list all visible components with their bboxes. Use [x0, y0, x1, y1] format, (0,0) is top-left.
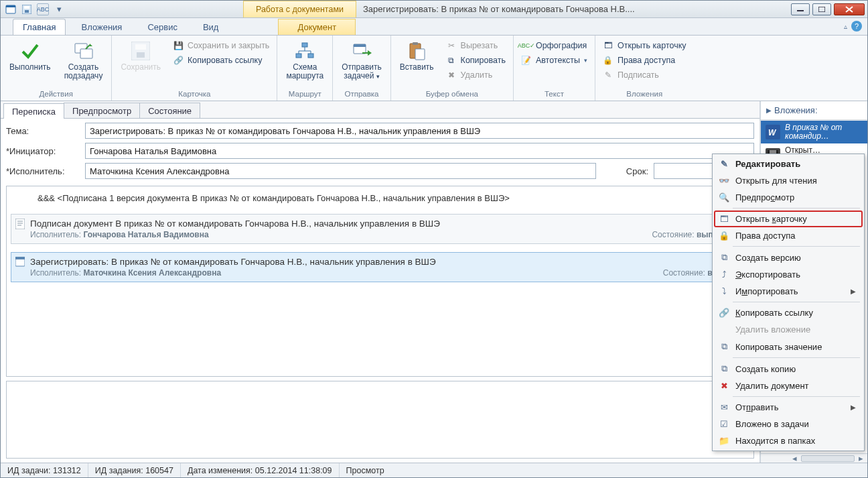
- tab-preview[interactable]: Предпросмотр: [64, 103, 140, 118]
- ctx-copy-link[interactable]: 🔗Копировать ссылку: [714, 304, 863, 321]
- message-title: Зарегистрировать: В приказ № от командир…: [30, 257, 742, 267]
- export-icon: ⤴: [718, 270, 730, 280]
- open-card-button[interactable]: 🗔Открыть карточку: [598, 38, 691, 53]
- qat-app-icon: [5, 3, 17, 15]
- svg-rect-22: [15, 219, 25, 229]
- separator: [733, 246, 860, 247]
- ctx-open-card[interactable]: 🗔Открыть карточку: [714, 211, 863, 227]
- save-close-icon: 💾: [173, 40, 184, 51]
- ribbon-help: ▵ ?: [844, 21, 862, 32]
- sign-button[interactable]: ✎Подписать: [598, 68, 691, 82]
- route-scheme-button[interactable]: Схемамаршрута: [280, 37, 330, 84]
- executor-input[interactable]: Маточкина Ксения Александровна: [85, 163, 596, 179]
- save-button[interactable]: Сохранить: [115, 37, 167, 75]
- qat-save-icon[interactable]: [21, 3, 33, 15]
- ribbon-tab-document[interactable]: Документ: [278, 19, 356, 35]
- svg-marker-18: [368, 50, 372, 56]
- access-rights-button[interactable]: 🔒Права доступа: [598, 53, 691, 68]
- group-label-attach: Вложения: [598, 90, 691, 101]
- thread-message[interactable]: Зарегистрировать: В приказ № от командир…: [11, 252, 749, 282]
- ctx-edit[interactable]: ✎Редактировать: [714, 156, 863, 172]
- tab-correspondence[interactable]: Переписка: [3, 103, 64, 119]
- bottom-editor[interactable]: [6, 381, 754, 459]
- pen-icon: ✎: [603, 70, 613, 80]
- cut-button[interactable]: ✂Вырезать: [441, 38, 510, 53]
- ctx-import[interactable]: ⤵Импортировать▶: [714, 283, 863, 300]
- group-label-actions: Действия: [3, 90, 108, 101]
- qat-abc-icon[interactable]: ABC: [37, 3, 49, 15]
- maximize-button[interactable]: [812, 3, 831, 15]
- svg-rect-21: [415, 49, 425, 60]
- group-label-clipboard: Буфер обмена: [394, 90, 510, 101]
- ctx-create-copy[interactable]: ⧉Создать копию: [714, 360, 863, 377]
- scroll-left-icon[interactable]: ◂: [792, 453, 797, 463]
- status-task-id: ИД задачи: 131312: [1, 463, 88, 477]
- scroll-track[interactable]: [801, 455, 855, 462]
- statusbar: ИД задачи: 131312 ИД задания: 160547 Дат…: [1, 463, 867, 477]
- execute-label: Выполнить: [9, 63, 51, 72]
- send-task-label: Отправитьзадачей ▾: [342, 63, 382, 80]
- execute-button[interactable]: Выполнить: [3, 37, 57, 75]
- ctx-copy-value[interactable]: ⧉Копировать значение: [714, 338, 863, 355]
- link-icon: 🔗: [718, 308, 730, 318]
- message-meta: Исполнитель: Маточкина Ксения Александро…: [30, 268, 742, 278]
- ctx-in-tasks[interactable]: ☑Вложено в задачи: [714, 416, 863, 432]
- ribbon-group-card: Сохранить 💾 Сохранить и закрыть 🔗 Копиро…: [112, 36, 277, 101]
- copy-button[interactable]: ⧉Копировать: [441, 53, 510, 68]
- magnifier-icon: 🔍: [718, 192, 730, 202]
- thread-message[interactable]: Подписан документ В приказ № от командир…: [11, 214, 749, 244]
- sidebar-hscroll[interactable]: ◂ ▸: [761, 453, 867, 463]
- svg-rect-13: [302, 43, 307, 47]
- send-icon: ✉: [718, 402, 730, 412]
- message-title: Подписан документ В приказ № от командир…: [30, 219, 742, 229]
- help-icon[interactable]: ?: [851, 21, 862, 32]
- window-controls: [791, 1, 867, 17]
- paste-button[interactable]: Вставить: [394, 37, 440, 75]
- minimize-button[interactable]: [791, 3, 810, 15]
- tab-state[interactable]: Состояние: [139, 103, 200, 118]
- app-window: ABC ▾ Работа с документами Зарегистриров…: [0, 0, 868, 478]
- message-meta: Исполнитель: Гончарова Наталья Вадимовна…: [30, 230, 742, 239]
- ctx-delete-document[interactable]: ✖Удалить документ: [714, 377, 863, 394]
- ribbon-group-route: Схемамаршрута Маршрут: [277, 36, 333, 101]
- ctx-export[interactable]: ⤴Экспортировать: [714, 266, 863, 283]
- subject-input[interactable]: Зарегистрировать: В приказ № от командир…: [85, 123, 754, 139]
- copy-link-button[interactable]: 🔗 Копировать ссылку: [168, 53, 274, 68]
- attachments-header[interactable]: ▶ Вложения:: [761, 101, 867, 120]
- create-subtask-button[interactable]: Создатьподзадачу: [58, 37, 109, 84]
- ctx-send[interactable]: ✉Отправить▶: [714, 399, 863, 416]
- qat-dropdown-icon[interactable]: ▾: [53, 3, 65, 15]
- ctx-create-version[interactable]: ⧉Создать версию: [714, 249, 863, 266]
- ribbon-minimize-icon[interactable]: ▵: [844, 23, 847, 30]
- spellcheck-button[interactable]: ABC✓Орфография: [516, 38, 592, 53]
- ribbon-group-actions: Выполнить Создатьподзадачу Действия: [1, 36, 112, 101]
- ctx-access[interactable]: 🔒Права доступа: [714, 227, 863, 244]
- submenu-arrow-icon: ▶: [851, 404, 856, 411]
- edit-icon: ✎: [718, 159, 730, 169]
- ctx-in-folders[interactable]: 📁Находится в папках: [714, 432, 863, 449]
- ribbon: Выполнить Создатьподзадачу Действия Сохр…: [1, 36, 867, 101]
- create-subtask-label: Создатьподзадачу: [64, 63, 103, 80]
- save-close-button[interactable]: 💾 Сохранить и закрыть: [168, 38, 274, 53]
- scroll-right-icon[interactable]: ▸: [859, 453, 863, 463]
- autotext-button[interactable]: 📝Автотексты ▾: [516, 53, 592, 68]
- close-button[interactable]: [834, 3, 865, 15]
- version-icon: ⧉: [718, 252, 730, 263]
- lock-icon: 🔒: [603, 55, 613, 66]
- ctx-preview[interactable]: 🔍Предпросмотр: [714, 189, 863, 206]
- send-task-button[interactable]: Отправитьзадачей ▾: [336, 37, 388, 84]
- folder-icon: 📁: [718, 436, 730, 446]
- status-assignment-id: ИД задания: 160547: [88, 463, 180, 477]
- separator: [733, 396, 860, 397]
- ctx-open-read[interactable]: 👓Открыть для чтения: [714, 172, 863, 189]
- initiator-input[interactable]: Гончарова Наталья Вадимовна: [85, 143, 754, 159]
- separator: [733, 302, 860, 302]
- ribbon-group-text: ABC✓Орфография 📝Автотексты ▾ Текст: [514, 36, 595, 101]
- ribbon-tab-attachments[interactable]: Вложения: [71, 19, 132, 35]
- ribbon-tab-view[interactable]: Вид: [193, 19, 229, 35]
- ribbon-tab-service[interactable]: Сервис: [137, 19, 188, 35]
- ribbon-tab-home[interactable]: Главная: [13, 19, 66, 35]
- thread-panel: &&& <Подписана 1 версия документа В прик…: [6, 186, 754, 377]
- delete-button[interactable]: ✖Удалить: [441, 68, 510, 82]
- attachment-item[interactable]: W В приказ № откомандир…: [761, 121, 867, 143]
